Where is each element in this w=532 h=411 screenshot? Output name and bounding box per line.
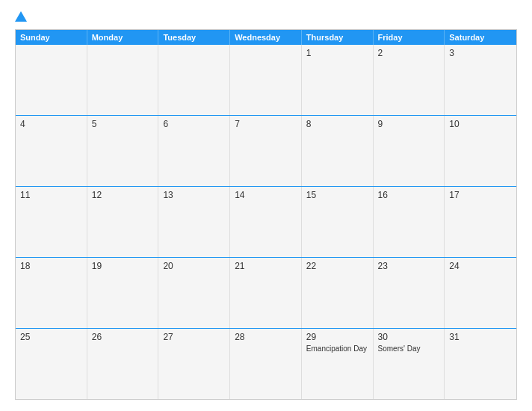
day-number: 11	[20, 190, 82, 200]
day-number: 1	[306, 48, 368, 58]
cal-cell: 20	[158, 258, 230, 328]
day-number: 28	[235, 332, 297, 342]
day-number: 30	[378, 332, 440, 342]
day-number: 3	[449, 48, 512, 58]
day-number: 13	[163, 190, 225, 200]
day-number: 21	[235, 261, 297, 271]
cal-cell: 10	[445, 116, 516, 186]
cal-cell	[158, 45, 230, 115]
day-of-week-saturday: Saturday	[445, 30, 516, 45]
page: SundayMondayTuesdayWednesdayThursdayFrid…	[0, 0, 532, 411]
logo-blue-text	[15, 11, 29, 22]
cal-cell: 14	[230, 187, 302, 257]
day-number: 2	[378, 48, 440, 58]
day-number: 18	[20, 261, 82, 271]
day-of-week-sunday: Sunday	[16, 30, 87, 45]
day-number: 29	[306, 332, 368, 342]
day-number: 4	[20, 119, 82, 129]
header	[15, 11, 517, 22]
cal-cell: 3	[445, 45, 516, 115]
day-number: 27	[163, 332, 225, 342]
day-of-week-monday: Monday	[87, 30, 159, 45]
cal-cell: 18	[16, 258, 87, 328]
day-number: 12	[92, 190, 154, 200]
calendar-header: SundayMondayTuesdayWednesdayThursdayFrid…	[16, 30, 516, 45]
week-row-1: 45678910	[16, 116, 516, 187]
cal-cell: 9	[374, 116, 445, 186]
day-of-week-tuesday: Tuesday	[158, 30, 230, 45]
cal-cell	[87, 45, 159, 115]
cal-cell: 19	[87, 258, 159, 328]
cal-cell: 28	[230, 329, 302, 399]
day-number: 16	[378, 190, 440, 200]
day-number: 19	[92, 261, 154, 271]
logo-triangle-icon	[15, 11, 27, 22]
logo	[15, 11, 29, 22]
cal-cell: 2	[374, 45, 445, 115]
day-number: 26	[92, 332, 154, 342]
day-number: 17	[449, 190, 512, 200]
cal-cell: 4	[16, 116, 87, 186]
cal-cell: 23	[374, 258, 445, 328]
day-number: 7	[235, 119, 297, 129]
event-label: Somers' Day	[378, 344, 440, 353]
day-number: 6	[163, 119, 225, 129]
cal-cell: 24	[445, 258, 516, 328]
day-number: 9	[378, 119, 440, 129]
week-row-2: 11121314151617	[16, 187, 516, 258]
cal-cell	[16, 45, 87, 115]
cal-cell: 17	[445, 187, 516, 257]
event-label: Emancipation Day	[306, 344, 368, 353]
cal-cell: 12	[87, 187, 159, 257]
day-number: 10	[449, 119, 512, 129]
cal-cell: 8	[302, 116, 374, 186]
cal-cell: 15	[302, 187, 374, 257]
day-number: 25	[20, 332, 82, 342]
day-number: 15	[306, 190, 368, 200]
week-row-0: 123	[16, 45, 516, 116]
day-of-week-thursday: Thursday	[302, 30, 374, 45]
cal-cell: 27	[158, 329, 230, 399]
day-of-week-wednesday: Wednesday	[230, 30, 302, 45]
cal-cell: 30Somers' Day	[374, 329, 445, 399]
day-number: 22	[306, 261, 368, 271]
cal-cell: 1	[302, 45, 374, 115]
cal-cell: 21	[230, 258, 302, 328]
cal-cell: 11	[16, 187, 87, 257]
week-row-4: 2526272829Emancipation Day30Somers' Day3…	[16, 329, 516, 399]
cal-cell: 26	[87, 329, 159, 399]
cal-cell: 31	[445, 329, 516, 399]
cal-cell	[230, 45, 302, 115]
day-number: 5	[92, 119, 154, 129]
day-number: 31	[449, 332, 512, 342]
cal-cell: 22	[302, 258, 374, 328]
day-number: 20	[163, 261, 225, 271]
calendar-body: 1234567891011121314151617181920212223242…	[16, 45, 516, 399]
day-number: 23	[378, 261, 440, 271]
cal-cell: 5	[87, 116, 159, 186]
cal-cell: 16	[374, 187, 445, 257]
day-number: 8	[306, 119, 368, 129]
day-of-week-friday: Friday	[374, 30, 445, 45]
cal-cell: 13	[158, 187, 230, 257]
day-number: 24	[449, 261, 512, 271]
calendar: SundayMondayTuesdayWednesdayThursdayFrid…	[15, 29, 517, 400]
cal-cell: 25	[16, 329, 87, 399]
cal-cell: 29Emancipation Day	[302, 329, 374, 399]
day-number: 14	[235, 190, 297, 200]
cal-cell: 6	[158, 116, 230, 186]
week-row-3: 18192021222324	[16, 258, 516, 329]
cal-cell: 7	[230, 116, 302, 186]
